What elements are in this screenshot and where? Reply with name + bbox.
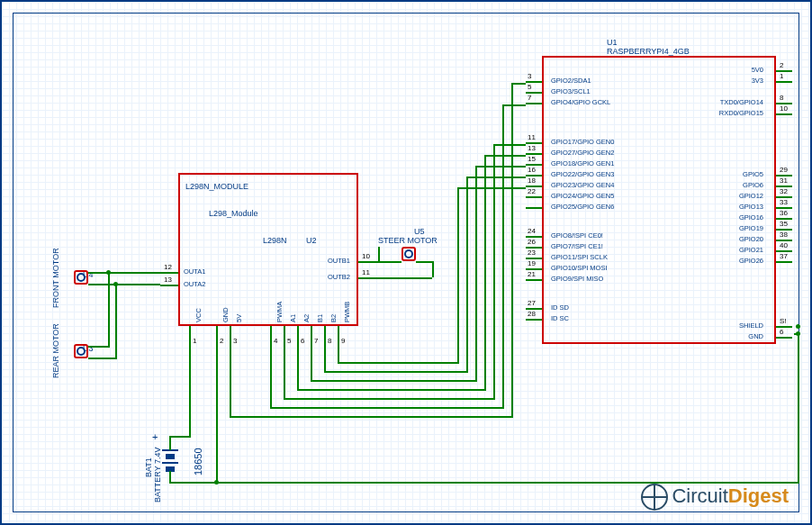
pin-name: GPIO16	[739, 213, 763, 222]
component-u2-l298n	[178, 173, 358, 326]
wire	[115, 284, 117, 358]
wire	[88, 272, 160, 274]
wire	[378, 247, 380, 263]
pin-num: 6	[780, 328, 783, 336]
pin-num: 18	[528, 177, 536, 185]
pin-name: OUTB1	[328, 257, 350, 265]
wire	[324, 346, 326, 373]
pin-name: ID SC	[551, 314, 569, 322]
pin-stub	[526, 196, 542, 198]
pin-num: 37	[780, 252, 788, 260]
pin-name: GPIO7/!SPI CE1!	[551, 242, 603, 250]
pin-num: 2	[220, 337, 223, 345]
pin-name: GPIO12	[739, 192, 763, 200]
pin-num: 4	[274, 337, 277, 345]
bat-part: 18650	[193, 448, 203, 475]
wire	[169, 482, 218, 484]
pin-num: 1	[780, 72, 783, 80]
pin-name: GPIO18/GPIO GEN1	[551, 159, 614, 167]
pin-name: A1	[289, 314, 297, 322]
pin-num: 28	[528, 310, 536, 318]
pin-num: 26	[528, 238, 536, 246]
pin-name: GND	[748, 332, 763, 340]
wire	[169, 471, 171, 482]
pin-name: GPIO10/SPI MOSI	[551, 264, 608, 272]
pin-num: 1	[193, 337, 196, 345]
pin-num: 13	[528, 144, 536, 152]
pin-stub	[216, 326, 218, 346]
wire	[511, 83, 526, 85]
wire	[338, 362, 459, 364]
pin-num: 2	[780, 61, 783, 69]
wire	[484, 155, 526, 157]
pin-num: 12	[164, 263, 172, 271]
pin-stub	[189, 326, 191, 346]
pin-num: 40	[780, 241, 788, 249]
pin-name: PWMB	[343, 302, 351, 322]
wire	[311, 380, 477, 382]
wire	[169, 436, 171, 450]
pin-num: 22	[528, 187, 536, 195]
wire	[230, 346, 231, 418]
pin-name: 5V	[235, 314, 243, 322]
motor-u4	[74, 270, 88, 285]
pin-name: 3V3	[752, 77, 763, 85]
circuitdigest-logo: CircuitDigest	[641, 484, 789, 511]
pin-name: GPIO8/!SPI CE0!	[551, 231, 603, 240]
wire	[798, 333, 799, 484]
wire	[270, 407, 504, 409]
wire	[457, 187, 526, 189]
pin-stub	[338, 326, 339, 346]
pin-stub	[284, 326, 285, 346]
pin-num: S!	[780, 317, 787, 325]
pin-name: OUTA2	[184, 280, 205, 288]
u1-ref: U1	[607, 38, 618, 47]
pin-name: VCC	[194, 308, 203, 322]
wire	[378, 277, 432, 279]
pin-stub	[776, 81, 792, 83]
motor-u3	[74, 344, 88, 358]
pin-name: SHIELD	[739, 321, 763, 330]
pin-stub	[776, 337, 792, 339]
pin-num: 10	[780, 104, 788, 113]
pin-name: GPIO17/GPIO GEN0	[551, 138, 614, 146]
pin-stub	[526, 103, 542, 104]
pin-stub	[776, 113, 792, 115]
wire	[88, 346, 110, 348]
pin-num: 5	[528, 83, 531, 91]
wire	[169, 436, 191, 438]
pin-num: 16	[528, 166, 536, 174]
u4-name: FRONT MOTOR	[51, 248, 60, 308]
wire	[511, 83, 513, 418]
wire	[88, 358, 117, 359]
pin-name: GPIO21	[739, 246, 763, 254]
pin-name: GPIO22/GPIO GEN3	[551, 170, 614, 178]
pin-stub	[297, 326, 299, 346]
pin-name: GPIO11/SPI SCLK	[551, 253, 608, 261]
logo-text2: Digest	[728, 484, 789, 507]
wire	[297, 346, 299, 391]
wire	[324, 371, 468, 373]
wire	[284, 346, 285, 400]
wire	[493, 144, 526, 146]
u5-name: STEER MOTOR	[378, 236, 438, 245]
pin-name: OUTB2	[328, 273, 350, 281]
pin-name: A2	[302, 314, 311, 322]
pin-name: GPIO13	[739, 203, 763, 211]
pin-name: PWMA	[275, 302, 284, 322]
pin-num: 33	[780, 198, 788, 206]
wire	[493, 144, 495, 400]
wire	[466, 177, 526, 178]
pin-stub	[526, 207, 542, 209]
pin-name: GPIO3/SCL1	[551, 87, 591, 95]
pin-num: 21	[528, 270, 536, 278]
wire	[338, 346, 339, 364]
junction	[796, 324, 800, 329]
pin-name: GPIO2/SDA1	[551, 77, 591, 85]
pin-stub	[776, 261, 792, 263]
pin-num: 11	[362, 268, 370, 276]
wire	[475, 166, 477, 382]
pin-num: 5	[287, 337, 291, 345]
bat-ref: BAT1	[144, 457, 153, 477]
pin-stub	[776, 326, 792, 328]
